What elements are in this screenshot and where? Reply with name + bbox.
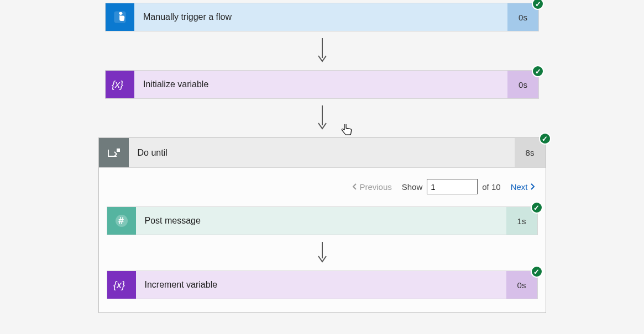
svg-text:{x}: {x} [112, 79, 123, 90]
hash-icon: # [107, 207, 136, 235]
step-trigger-title: Manually trigger a flow [134, 3, 507, 31]
step-increment-variable-title: Increment variable [136, 271, 506, 299]
chevron-right-icon [530, 183, 536, 190]
arrow-down-icon [105, 105, 539, 131]
success-badge: ✓ [532, 65, 544, 77]
step-init-variable[interactable]: {x} Initialize variable 0s ✓ [105, 70, 539, 99]
previous-button[interactable]: Previous [352, 182, 391, 192]
step-init-variable-title: Initialize variable [134, 71, 507, 98]
chevron-left-icon [352, 183, 357, 190]
of-label: of 10 [482, 182, 500, 192]
step-post-message-title: Post message [136, 207, 506, 235]
touch-icon [106, 3, 134, 31]
arrow-down-icon [107, 242, 538, 264]
svg-text:#: # [118, 215, 124, 226]
step-increment-variable[interactable]: {x} Increment variable 0s ✓ [107, 271, 538, 299]
show-label: Show [402, 182, 423, 192]
step-post-message[interactable]: # Post message 1s ✓ [107, 206, 538, 235]
success-badge: ✓ [531, 202, 543, 214]
variable-icon: {x} [107, 271, 136, 299]
step-do-until[interactable]: ✓ Do until 8s Previous Show of 10 Next [98, 137, 546, 313]
svg-text:{x}: {x} [113, 279, 125, 290]
svg-point-1 [120, 13, 122, 15]
next-label: Next [511, 182, 528, 192]
arrow-down-icon [105, 38, 539, 63]
iteration-pager: Previous Show of 10 Next [107, 179, 538, 194]
step-do-until-title: Do until [129, 138, 515, 167]
svg-rect-5 [117, 149, 120, 152]
next-button[interactable]: Next [511, 182, 536, 192]
loop-icon [99, 138, 129, 167]
previous-label: Previous [359, 182, 391, 192]
variable-icon: {x} [106, 71, 134, 98]
success-badge: ✓ [539, 132, 551, 145]
step-trigger[interactable]: Manually trigger a flow 0s ✓ [105, 3, 539, 31]
iteration-input[interactable] [427, 179, 478, 194]
success-badge: ✓ [531, 266, 543, 278]
success-badge: ✓ [532, 0, 544, 10]
